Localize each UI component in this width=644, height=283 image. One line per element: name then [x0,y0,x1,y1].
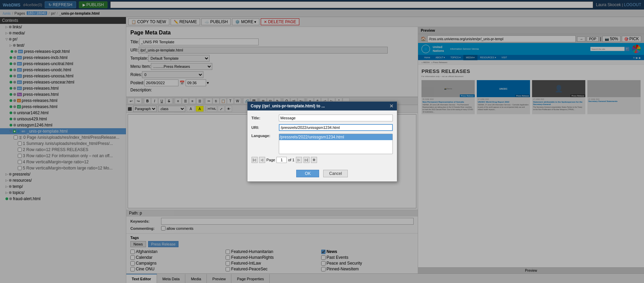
copy-dialog: Copy (/pr/_unis-pr-template.html) to ...… [247,101,397,182]
prev-page-btn[interactable]: ◁ [259,157,265,163]
dialog-language-row: Language: /pressrels/2022/unissgsm1234.h… [252,134,393,154]
dialog-title-bar: Copy (/pr/_unis-pr-template.html) to ...… [247,102,397,110]
last-page-btn[interactable]: ▷| [303,157,310,163]
dialog-language-select[interactable]: /pressrels/2022/unissgsm1234.html [279,134,393,154]
dialog-uri-row: URI: [252,124,393,131]
next-page-btn[interactable]: ▷ [296,157,302,163]
first-page-btn[interactable]: |◁ [252,157,258,163]
dialog-body: Title: URI: Language: /pressrels/2022/un… [247,110,397,167]
page-label: Page [267,158,275,162]
dialog-language-label: Language: [252,134,279,138]
pagination-bar: |◁ ◁ Page of 1 ▷ ▷| ⚙ [252,157,393,163]
dialog-close-button[interactable]: ✕ [389,103,393,109]
language-option: /pressrels/2022/unissgsm1234.html [279,134,392,140]
refresh-pages-btn[interactable]: ⚙ [311,157,317,163]
dialog-title-input[interactable] [279,115,393,121]
dialog-uri-input[interactable] [279,124,393,131]
dialog-footer: OK Cancel [247,167,397,181]
dialog-overlay: Copy (/pr/_unis-pr-template.html) to ...… [0,0,644,283]
dialog-cancel-button[interactable]: Cancel [323,170,347,177]
dialog-uri-label: URI: [252,125,279,130]
dialog-title-label: Title: [252,116,279,120]
dialog-title-text: Copy (/pr/_unis-pr-template.html) to ... [251,104,325,108]
page-number-input[interactable] [276,157,287,163]
dialog-title-row: Title: [252,115,393,121]
of-label: of 1 [288,158,294,162]
dialog-ok-button[interactable]: OK [296,170,319,177]
